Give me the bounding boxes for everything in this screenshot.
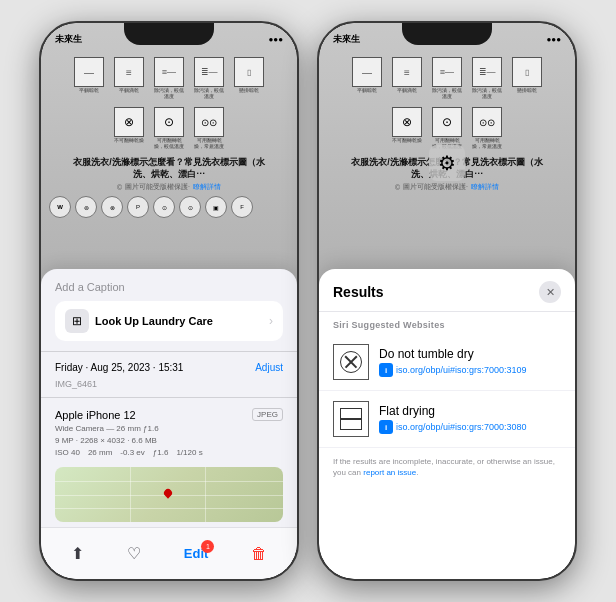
carrier-1: 未來生 (55, 33, 82, 46)
phone-2: 未來生 15:31 ●●● — 平躺晾乾 ≡ 平躺滴乾 ≡— (317, 21, 577, 581)
divider-2 (41, 397, 297, 398)
exif-ev: -0.3 ev (120, 448, 144, 457)
filename: IMG_6461 (55, 379, 283, 389)
exif-row: ISO 40 26 mm -0.3 ev ƒ1.6 1/120 s (55, 448, 283, 457)
exif-iso: ISO 40 (55, 448, 80, 457)
exif-shutter: 1/120 s (176, 448, 202, 457)
heart-icon[interactable]: ♡ (127, 544, 141, 563)
result-url-1: iso.org/obp/ui#iso:grs:7000:3109 (396, 365, 527, 375)
exif-aperture: ƒ1.6 (153, 448, 169, 457)
date-text: Friday · Aug 25, 2023 · 15:31 (55, 362, 183, 373)
map-area[interactable] (55, 467, 283, 522)
photo-area-1: — 平躺晾乾 ≡ 平躺滴乾 ≡— 除污漬，較低溫度 ≣— 除污漬，較低溫度 (41, 23, 297, 303)
photo-area-2: — 平躺晾乾 ≡ 平躺滴乾 ≡— 除污漬，較低溫度 ≣— 除污漬，較低溫度 (319, 23, 575, 303)
report-link[interactable]: report an issue (363, 468, 416, 477)
lookup-text: Look Up Laundry Care (95, 315, 213, 327)
article-title: 衣服洗衣/洗滌標示怎麼看？常見洗衣標示圖（水洗、烘乾、漂白⋯ (69, 157, 269, 180)
result-item-2[interactable]: Flat drying i iso.org/obp/ui#iso:grs:700… (319, 391, 575, 448)
article-sub: © 圖片可能受版權保護· 瞭解詳情 (117, 182, 221, 192)
lookup-row[interactable]: ⊞ Look Up Laundry Care › (55, 301, 283, 341)
result-name-1: Do not tumble dry (379, 347, 561, 361)
results-sheet: Results ✕ Siri Suggested Websites Do not… (319, 269, 575, 579)
bottom-icons-row: W ⊚ ⊗ P ⊙ ⊙ ▣ F (41, 196, 297, 218)
laundry-row-1: — 平躺晾乾 ≡ 平躺滴乾 ≡— 除污漬，較低溫度 ≣— 除污漬，較低溫度 (72, 57, 266, 99)
bottom-sheet-1: Add a Caption ⊞ Look Up Laundry Care › F… (41, 269, 297, 579)
jpeg-badge: JPEG (252, 408, 283, 421)
phone-1: 未來生 15:31 ●●● — 平躺晾乾 ≡ 平躺滴乾 ≡— (39, 21, 299, 581)
photo-overlay-icon: ⚙ (429, 145, 465, 181)
exif-focal: 26 mm (88, 448, 112, 457)
footer-note: If the results are incomplete, inaccurat… (319, 448, 575, 486)
device-row: Apple iPhone 12 JPEG (55, 408, 283, 421)
result-name-2: Flat drying (379, 404, 561, 418)
badge: 1 (201, 540, 214, 553)
status-icons-2: ●●● (547, 35, 562, 44)
camera-info: Wide Camera — 26 mm ƒ1.6 (55, 424, 283, 433)
status-icons-1: ●●● (269, 35, 284, 44)
divider-1 (41, 351, 297, 352)
edit-button-container: Edit 1 (184, 546, 209, 561)
delete-icon[interactable]: 🗑 (251, 545, 267, 563)
adjust-button[interactable]: Adjust (255, 362, 283, 373)
toolbar: ⬆ ♡ Edit 1 🗑 (41, 527, 297, 579)
result-url-icon-1: i (379, 363, 393, 377)
result-icon-1 (333, 344, 369, 380)
date-row: Friday · Aug 25, 2023 · 15:31 Adjust (55, 362, 283, 373)
results-header: Results ✕ (319, 269, 575, 312)
device-name: Apple iPhone 12 (55, 409, 136, 421)
laundry-row-2: ⊗ 不可翻轉乾燥 ⊙ 可用翻轉乾燥，較低溫度 ⊙⊙ 可用翻轉乾燥，常規溫度 (112, 107, 226, 149)
close-button[interactable]: ✕ (539, 281, 561, 303)
resolution: 9 MP · 2268 × 4032 · 6.6 MB (55, 436, 283, 445)
notch (124, 23, 214, 45)
result-url-2: iso.org/obp/ui#iso:grs:7000:3080 (396, 422, 527, 432)
results-title: Results (333, 284, 384, 300)
siri-section-label: Siri Suggested Websites (319, 312, 575, 334)
notch-2 (402, 23, 492, 45)
caption-label[interactable]: Add a Caption (55, 281, 283, 293)
result-url-icon-2: i (379, 420, 393, 434)
lookup-icon: ⊞ (65, 309, 89, 333)
result-icon-2 (333, 401, 369, 437)
carrier-2: 未來生 (333, 33, 360, 46)
share-icon[interactable]: ⬆ (71, 544, 84, 563)
result-item-1[interactable]: Do not tumble dry i iso.org/obp/ui#iso:g… (319, 334, 575, 391)
lookup-chevron-icon: › (269, 314, 273, 328)
